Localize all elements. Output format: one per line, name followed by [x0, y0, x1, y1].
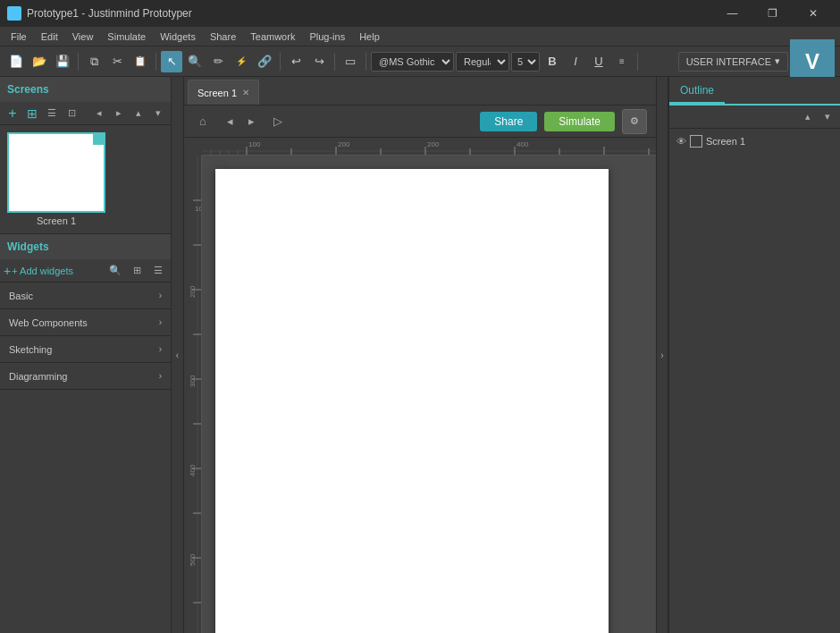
- menu-item-plug-ins[interactable]: Plug-ins: [302, 30, 352, 44]
- font-style-select[interactable]: Regular: [456, 52, 509, 72]
- ruler-corner: [184, 138, 202, 156]
- add-icon: +: [4, 264, 11, 278]
- canvas-tab-label: Screen 1: [197, 88, 237, 98]
- open-button[interactable]: 📂: [29, 51, 50, 72]
- back-button[interactable]: ◂: [220, 112, 239, 131]
- collapse-right-button[interactable]: ›: [656, 77, 668, 633]
- right-down-btn[interactable]: ▾: [819, 108, 836, 126]
- list-widgets-btn[interactable]: ☰: [149, 262, 167, 280]
- cut-button[interactable]: ✂: [106, 51, 128, 72]
- widget-categories: Basic›Web Components›Sketching›Diagrammi…: [0, 283, 171, 390]
- menu-item-share[interactable]: Share: [203, 30, 243, 44]
- screen-icon: [690, 135, 702, 148]
- canvas-toolbar: ⌂ ◂ ▸ ▷ Share Simulate ⚙: [184, 106, 656, 138]
- title-text: Prototype1 - Justinmind Prototyper: [27, 7, 712, 20]
- underline-button[interactable]: U: [588, 51, 609, 72]
- copy-button[interactable]: ⧉: [83, 51, 105, 72]
- menu-item-file[interactable]: File: [4, 30, 34, 44]
- right-panel-header: Outline: [669, 77, 840, 106]
- svg-text:500: 500: [189, 553, 197, 566]
- minimize-button[interactable]: —: [712, 0, 752, 27]
- widget-category-web-components[interactable]: Web Components›: [0, 309, 171, 336]
- widget-category-sketching[interactable]: Sketching›: [0, 336, 171, 363]
- sep3: [280, 53, 281, 71]
- canvas-container[interactable]: 100 200 200 400: [184, 138, 656, 633]
- user-interface-button[interactable]: USER INTERFACE ▾: [678, 52, 788, 72]
- share-button[interactable]: Share: [480, 112, 537, 131]
- grid-widgets-btn[interactable]: ⊞: [128, 262, 146, 280]
- menu-item-simulate[interactable]: Simulate: [100, 30, 153, 44]
- home-button[interactable]: ⌂: [193, 112, 213, 131]
- maximize-button[interactable]: ❐: [752, 0, 793, 27]
- undo-button[interactable]: ↩: [285, 51, 307, 72]
- action-button[interactable]: ⚡: [231, 51, 252, 72]
- prev-screen-btn[interactable]: ◂: [90, 105, 108, 122]
- menu-item-help[interactable]: Help: [352, 30, 387, 44]
- close-button[interactable]: ✕: [793, 0, 833, 27]
- category-label: Sketching: [9, 344, 52, 355]
- pencil-button[interactable]: ✏: [207, 51, 229, 72]
- collapse-left-button[interactable]: ‹: [172, 77, 184, 633]
- add-widgets-button[interactable]: + + Add widgets: [4, 264, 73, 278]
- next-page-button[interactable]: ▷: [268, 112, 288, 131]
- align-button[interactable]: ≡: [611, 51, 633, 72]
- settings-button[interactable]: ⚙: [622, 109, 647, 134]
- sep5: [365, 53, 366, 71]
- right-up-btn[interactable]: ▴: [799, 108, 817, 126]
- next-screen-btn[interactable]: ▸: [110, 105, 128, 122]
- bold-button[interactable]: B: [542, 51, 563, 72]
- forward-button[interactable]: ▸: [241, 112, 261, 131]
- widget-category-diagramming[interactable]: Diagramming›: [0, 363, 171, 390]
- menu-item-widgets[interactable]: Widgets: [153, 30, 203, 44]
- search-widgets-btn[interactable]: 🔍: [106, 262, 124, 280]
- paste-button[interactable]: 📋: [130, 51, 151, 72]
- canvas-tab-screen1[interactable]: Screen 1 ✕: [188, 80, 259, 105]
- svg-text:400: 400: [189, 464, 197, 477]
- menu-item-edit[interactable]: Edit: [34, 30, 65, 44]
- grid-view-btn[interactable]: ⊞: [23, 105, 41, 122]
- screen-1-label: Screen 1: [37, 215, 76, 226]
- canvas-page[interactable]: [215, 169, 609, 633]
- list-view-btn[interactable]: ☰: [43, 105, 61, 122]
- ruler-left-svg: 100 200 300 400 500: [184, 156, 202, 633]
- tab-close-icon[interactable]: ✕: [242, 88, 249, 97]
- screens-toolbar: + ⊞ ☰ ⊡ ◂ ▸ ▴ ▾: [0, 102, 171, 125]
- save-button[interactable]: 💾: [52, 51, 73, 72]
- screen-1-thumb[interactable]: Screen 1: [7, 132, 105, 226]
- italic-button[interactable]: I: [565, 51, 586, 72]
- sep4: [334, 53, 335, 71]
- search-button[interactable]: 🔍: [184, 51, 206, 72]
- window-controls: — ❐ ✕: [712, 0, 833, 27]
- menu-item-teamwork[interactable]: Teamwork: [243, 30, 302, 44]
- svg-text:200: 200: [338, 140, 350, 148]
- select-button[interactable]: ↖: [161, 51, 182, 72]
- redo-button[interactable]: ↪: [308, 51, 330, 72]
- simulate-button[interactable]: Simulate: [544, 112, 615, 131]
- menu-item-view[interactable]: View: [65, 30, 101, 44]
- chevron-right-icon: ›: [159, 317, 162, 327]
- rectangle-button[interactable]: ▭: [340, 51, 361, 72]
- font-size-select[interactable]: 5: [511, 52, 540, 72]
- font-family-select[interactable]: @MS Gothic: [371, 52, 454, 72]
- link-button[interactable]: 🔗: [254, 51, 275, 72]
- sep1: [78, 53, 79, 71]
- tile-view-btn[interactable]: ⊡: [63, 105, 80, 122]
- add-screen-button[interactable]: +: [4, 105, 21, 122]
- screen-1-image: [7, 132, 105, 213]
- outline-tab[interactable]: Outline: [669, 79, 725, 104]
- chevron-right-icon: ›: [159, 291, 162, 300]
- left-panel: Screens + ⊞ ☰ ⊡ ◂ ▸ ▴ ▾ Screen 1: [0, 77, 172, 633]
- widget-category-basic[interactable]: Basic›: [0, 283, 171, 309]
- chevron-down-icon: ▾: [775, 55, 780, 67]
- collapse-btn[interactable]: ▾: [149, 105, 167, 122]
- expand-btn[interactable]: ▴: [130, 105, 147, 122]
- svg-text:100: 100: [195, 205, 202, 213]
- chevron-right-icon: ›: [159, 344, 162, 354]
- right-panel: Outline ▴ ▾ 👁 Screen 1: [668, 77, 840, 633]
- menu-bar: FileEditViewSimulateWidgetsShareTeamwork…: [0, 27, 840, 46]
- add-widgets-label: + Add widgets: [12, 266, 73, 276]
- outline-item-screen1[interactable]: 👁 Screen 1: [673, 132, 836, 150]
- visibility-icon: 👁: [676, 136, 686, 147]
- new-button[interactable]: 📄: [5, 51, 27, 72]
- center-area: Screen 1 ✕ ⌂ ◂ ▸ ▷ Share Simulate ⚙: [184, 77, 656, 633]
